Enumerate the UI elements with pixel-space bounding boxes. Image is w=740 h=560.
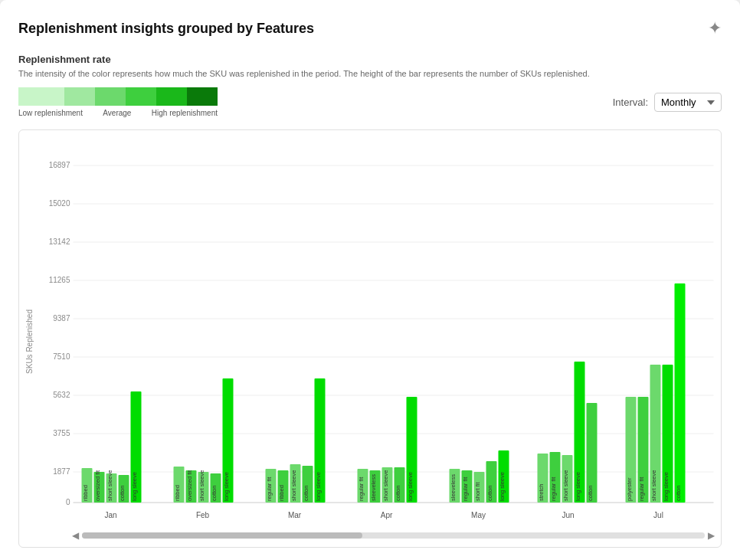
legend-segment-5 <box>156 87 187 106</box>
interval-label: Interval: <box>613 97 648 108</box>
svg-text:Jan: Jan <box>104 511 116 519</box>
svg-text:0: 0 <box>66 498 70 506</box>
bar-group-jun: stretch regular fit short sleeve long sl… <box>538 362 598 519</box>
svg-text:long sleeve: long sleeve <box>407 472 414 501</box>
scrollbar-track[interactable] <box>82 532 705 539</box>
svg-text:Jun: Jun <box>562 511 574 519</box>
svg-text:ribbed: ribbed <box>174 486 181 502</box>
svg-text:long sleeve: long sleeve <box>131 472 138 501</box>
svg-text:7510: 7510 <box>53 352 70 361</box>
legend-section: Replenishment rate The intensity of the … <box>18 54 722 117</box>
svg-text:9387: 9387 <box>53 314 70 323</box>
svg-text:5632: 5632 <box>53 391 70 399</box>
svg-text:polyester: polyester <box>626 477 633 501</box>
bar-group-mar: regular fit ribbed short sleeve cotton l… <box>266 378 326 519</box>
svg-text:sleeveless: sleeveless <box>370 474 377 501</box>
svg-text:short sleeve: short sleeve <box>650 470 657 501</box>
svg-text:regular fit: regular fit <box>550 476 557 501</box>
svg-rect-94 <box>675 283 686 503</box>
legend-label-low: Low replenishment <box>18 109 83 117</box>
svg-text:cotton: cotton <box>486 486 493 501</box>
scroll-left-arrow[interactable]: ◀ <box>72 530 79 541</box>
svg-text:cotton: cotton <box>303 486 309 501</box>
svg-text:regular fit: regular fit <box>358 476 365 501</box>
chart-area: SKUs Replenished <box>25 142 715 541</box>
svg-text:13142: 13142 <box>49 237 70 246</box>
svg-text:Jul: Jul <box>653 511 663 519</box>
svg-text:ribbed: ribbed <box>278 486 285 502</box>
svg-text:long sleeve: long sleeve <box>315 472 322 501</box>
bar-group-feb: ribbed oversized fit short sleeve cotton… <box>174 378 234 519</box>
interval-select[interactable]: Monthly Weekly Quarterly <box>654 93 722 112</box>
svg-text:long sleeve: long sleeve <box>663 472 670 501</box>
legend-label-high: High replenishment <box>152 109 218 117</box>
legend-segment-1 <box>18 87 64 106</box>
svg-text:16897: 16897 <box>49 161 70 169</box>
chart-svg: 16897 15020 13142 11265 9387 7510 5632 3… <box>38 142 715 526</box>
svg-text:short fit: short fit <box>474 482 481 502</box>
svg-text:11265: 11265 <box>49 276 70 284</box>
svg-text:short sleeve: short sleeve <box>290 470 297 501</box>
scrollbar-row: ◀ ▶ <box>38 530 715 541</box>
legend-bar-row: Low replenishment Average High replenish… <box>18 87 722 117</box>
svg-text:May: May <box>471 511 486 519</box>
chart-inner: 16897 15020 13142 11265 9387 7510 5632 3… <box>38 142 715 541</box>
svg-text:short sleeve: short sleeve <box>562 470 569 501</box>
svg-text:15020: 15020 <box>49 199 70 208</box>
svg-text:cotton: cotton <box>211 486 218 501</box>
bar-group-may: sleeveless regular fit short fit cotton … <box>450 450 509 519</box>
legend-segment-3 <box>95 87 126 106</box>
legend-segment-4 <box>126 87 156 106</box>
scrollbar-thumb[interactable] <box>82 532 362 539</box>
svg-text:regular fit: regular fit <box>266 476 273 501</box>
svg-text:Apr: Apr <box>381 511 393 519</box>
header: Replenishment insights grouped by Featur… <box>18 18 722 38</box>
svg-text:cotton: cotton <box>675 486 682 501</box>
chart-wrapper: SKUs Replenished <box>18 129 722 548</box>
bar-group-jan: ribbed oversized fit short sleeve cotton… <box>82 391 142 519</box>
scroll-right-arrow[interactable]: ▶ <box>708 530 715 541</box>
svg-text:Mar: Mar <box>288 511 302 519</box>
svg-text:ribbed: ribbed <box>82 486 89 502</box>
sparkle-icon: ✦ <box>708 18 722 38</box>
svg-text:long sleeve: long sleeve <box>499 472 506 501</box>
svg-text:regular fit: regular fit <box>462 476 469 501</box>
svg-text:oversized fit: oversized fit <box>186 470 193 501</box>
legend-segment-6 <box>187 87 218 106</box>
page-title: Replenishment insights grouped by Featur… <box>18 21 314 37</box>
svg-text:short sleeve: short sleeve <box>106 470 113 501</box>
svg-text:short sleeve: short sleeve <box>382 470 389 501</box>
bar-group-apr: regular fit sleeveless short sleeve cott… <box>358 397 417 519</box>
svg-text:Feb: Feb <box>196 511 210 519</box>
svg-text:3755: 3755 <box>53 429 70 437</box>
svg-text:cotton: cotton <box>395 486 401 501</box>
legend-label-avg: Average <box>103 109 131 117</box>
legend-title: Replenishment rate <box>18 54 722 65</box>
main-card: Replenishment insights grouped by Featur… <box>0 0 740 560</box>
interval-row: Interval: Monthly Weekly Quarterly <box>613 93 722 112</box>
svg-text:short sleeve: short sleeve <box>198 470 205 501</box>
svg-text:cotton: cotton <box>119 486 126 501</box>
svg-text:1877: 1877 <box>53 467 70 476</box>
svg-text:oversized fit: oversized fit <box>94 470 101 501</box>
svg-text:sleeveless: sleeveless <box>450 474 457 501</box>
legend-color-bar <box>18 87 218 106</box>
svg-text:long sleeve: long sleeve <box>575 472 581 501</box>
svg-text:regular fit: regular fit <box>638 476 645 501</box>
svg-text:stretch: stretch <box>538 484 545 502</box>
svg-text:long sleeve: long sleeve <box>223 472 230 501</box>
legend-segment-2 <box>64 87 95 106</box>
y-axis-label: SKUs Replenished <box>25 309 34 374</box>
legend-description: The intensity of the color represents ho… <box>18 68 722 80</box>
svg-text:cotton: cotton <box>587 486 594 501</box>
